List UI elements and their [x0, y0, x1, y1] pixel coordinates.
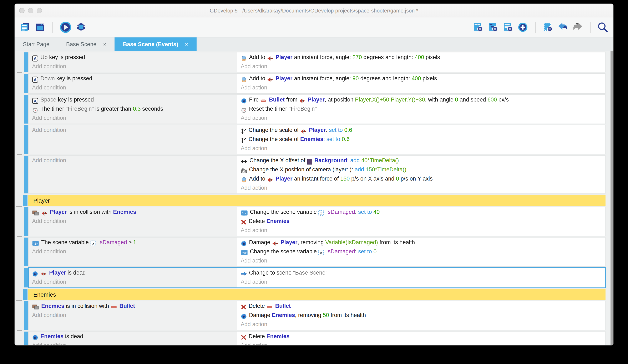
add-action-button[interactable]: Add action — [241, 226, 605, 235]
event-row[interactable]: Enemies is deadAdd conditionDelete Enemi… — [28, 331, 606, 345]
event-line[interactable]: ADown key is pressed — [32, 74, 237, 84]
actions-cell[interactable]: VarChange the scene variable zIsDamaged:… — [237, 207, 605, 236]
event-line[interactable]: VarThe scene variable zIsDamaged ≥ 1 — [32, 238, 237, 247]
vertical-scrollbar[interactable] — [611, 51, 614, 345]
event-row[interactable]: ADown key is pressedAdd conditionAdd to … — [28, 73, 606, 94]
conditions-cell[interactable]: VarThe scene variable zIsDamaged ≥ 1Add … — [29, 238, 237, 266]
project-manager-icon[interactable] — [20, 22, 31, 33]
play-icon[interactable] — [60, 21, 72, 33]
event-line[interactable]: Enemies is in collision with Bullet — [32, 302, 237, 311]
add-action-button[interactable]: Add action — [241, 84, 605, 92]
event-line[interactable]: Player is in collision with Enemies — [32, 208, 237, 217]
event-row[interactable]: Player is in collision with EnemiesAdd c… — [28, 207, 606, 236]
event-line[interactable]: VarChange the scene variable zIsDamaged:… — [241, 208, 605, 217]
event-row[interactable]: AUp key is pressedAdd conditionAdd to Pl… — [28, 52, 606, 72]
actions-cell[interactable]: Delete BulletDamage Enemies, removing 50… — [237, 301, 605, 330]
actions-cell[interactable]: Add to Player an instant force, angle: 9… — [237, 74, 605, 93]
add-condition-button[interactable]: Add condition — [32, 156, 237, 165]
event-line[interactable]: Delete Bullet — [241, 302, 605, 311]
event-line[interactable]: Change the scale of Enemies: set to 0.6 — [241, 135, 605, 144]
add-action-button[interactable]: Add action — [241, 114, 605, 122]
event-line[interactable]: Player is dead — [32, 269, 237, 278]
add-action-button[interactable]: Add action — [241, 144, 605, 153]
tab-base-scene-events[interactable]: Base Scene (Events)× — [115, 37, 196, 51]
delete-event-icon[interactable] — [542, 22, 553, 33]
scene-editor-icon[interactable] — [35, 22, 46, 33]
event-line[interactable]: Change the X offset of Background: add 4… — [241, 156, 605, 166]
toolbar-separator — [535, 21, 536, 33]
event-line[interactable]: Reset the timer "FireBegin" — [241, 105, 605, 114]
actions-cell[interactable]: Change to scene "Base Scene"Add action — [237, 268, 605, 288]
add-condition-button[interactable]: Add condition — [32, 278, 237, 286]
event-row[interactable]: Player is deadAdd conditionChange to sce… — [28, 267, 606, 288]
event-line[interactable]: AUp key is pressed — [32, 53, 237, 62]
event-line[interactable]: Delete Enemies — [241, 217, 605, 226]
conditions-cell[interactable]: Add condition — [29, 156, 237, 193]
event-line[interactable]: Change the X position of camera (layer: … — [241, 166, 605, 175]
add-condition-button[interactable]: Add condition — [32, 126, 237, 134]
event-line[interactable]: Add to Player an instant force of 150 p/… — [241, 175, 605, 184]
conditions-cell[interactable]: AUp key is pressedAdd condition — [29, 53, 237, 72]
event-row[interactable]: VarThe scene variable zIsDamaged ≥ 1Add … — [28, 237, 606, 267]
event-line[interactable]: Damage Player, removing Variable(IsDamag… — [241, 238, 605, 247]
event-line[interactable]: Enemies is dead — [32, 332, 237, 342]
add-action-button[interactable]: Add action — [241, 342, 605, 345]
zoom-window-button[interactable] — [37, 8, 42, 13]
event-line[interactable]: Change to scene "Base Scene" — [241, 269, 605, 278]
add-condition-button[interactable]: Add condition — [32, 114, 237, 122]
add-action-button[interactable]: Add action — [241, 257, 605, 265]
tab-base-scene[interactable]: Base Scene× — [58, 37, 115, 51]
conditions-cell[interactable]: Player is deadAdd condition — [29, 268, 237, 288]
add-subevent-icon[interactable] — [487, 22, 498, 33]
event-row[interactable]: Enemies is in collision with BulletAdd c… — [28, 301, 606, 330]
tab-close-icon[interactable]: × — [185, 41, 188, 47]
conditions-cell[interactable]: Player is in collision with EnemiesAdd c… — [29, 207, 237, 236]
conditions-cell[interactable]: Enemies is in collision with BulletAdd c… — [29, 301, 237, 330]
add-comment-icon[interactable] — [502, 22, 513, 33]
event-row[interactable]: ASpace key is pressedThe timer "FireBegi… — [28, 94, 606, 124]
conditions-cell[interactable]: ASpace key is pressedThe timer "FireBegi… — [29, 95, 237, 123]
group-header-enemies[interactable]: Enemies — [28, 289, 606, 300]
minimize-window-button[interactable] — [28, 8, 33, 13]
tab-close-icon[interactable]: × — [103, 41, 106, 47]
event-line[interactable]: Add to Player an instant force, angle: 2… — [241, 53, 605, 62]
event-row[interactable]: Add conditionChange the X offset of Back… — [28, 155, 606, 194]
group-header-player[interactable]: Player — [28, 195, 606, 206]
add-something-icon[interactable] — [517, 22, 529, 33]
redo-icon[interactable] — [572, 22, 583, 33]
event-row[interactable]: Add conditionChange the scale of Player:… — [28, 125, 606, 154]
tab-start-page[interactable]: Start Page — [14, 37, 58, 51]
add-condition-button[interactable]: Add condition — [32, 217, 237, 226]
add-condition-button[interactable]: Add condition — [32, 247, 237, 256]
event-line[interactable]: Delete Enemies — [241, 332, 605, 342]
add-action-button[interactable]: Add action — [241, 320, 605, 329]
debug-icon[interactable] — [75, 22, 87, 33]
event-line[interactable]: Damage Enemies, removing 50 from its hea… — [241, 311, 605, 320]
add-condition-button[interactable]: Add condition — [32, 62, 237, 71]
add-condition-button[interactable]: Add condition — [32, 342, 237, 345]
event-line[interactable]: Add to Player an instant force, angle: 9… — [241, 74, 605, 84]
actions-cell[interactable]: Add to Player an instant force, angle: 2… — [237, 53, 605, 72]
add-action-button[interactable]: Add action — [241, 278, 605, 286]
add-event-icon[interactable] — [472, 22, 483, 33]
actions-cell[interactable]: Fire Bullet from Player, at position Pla… — [237, 95, 605, 123]
conditions-cell[interactable]: Add condition — [29, 125, 237, 154]
event-line[interactable]: VarChange the scene variable zIsDamaged:… — [241, 247, 605, 257]
conditions-cell[interactable]: ADown key is pressedAdd condition — [29, 74, 237, 93]
event-line[interactable]: The timer "FireBegin" is greater than 0.… — [32, 105, 237, 114]
close-window-button[interactable] — [19, 8, 25, 13]
event-line[interactable]: Change the scale of Player: set to 0.6 — [241, 126, 605, 135]
conditions-cell[interactable]: Enemies is deadAdd condition — [29, 332, 237, 345]
actions-cell[interactable]: Change the X offset of Background: add 4… — [237, 156, 605, 193]
actions-cell[interactable]: Damage Player, removing Variable(IsDamag… — [237, 238, 605, 266]
search-icon[interactable] — [597, 22, 608, 33]
add-condition-button[interactable]: Add condition — [32, 311, 237, 319]
event-line[interactable]: ASpace key is pressed — [32, 96, 237, 105]
actions-cell[interactable]: Delete EnemiesAdd action — [237, 332, 605, 345]
actions-cell[interactable]: Change the scale of Player: set to 0.6Ch… — [237, 125, 605, 154]
event-line[interactable]: Fire Bullet from Player, at position Pla… — [241, 96, 605, 105]
add-condition-button[interactable]: Add condition — [32, 84, 237, 92]
undo-icon[interactable] — [557, 22, 568, 33]
add-action-button[interactable]: Add action — [241, 62, 605, 71]
add-action-button[interactable]: Add action — [241, 184, 605, 192]
